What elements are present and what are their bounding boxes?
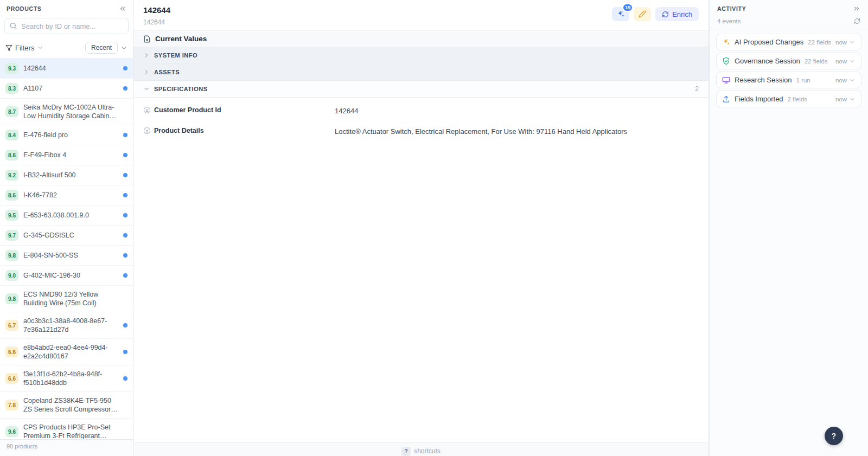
- shortcuts-label: shortcuts: [414, 447, 441, 455]
- chevron-down-icon[interactable]: [849, 96, 856, 102]
- activity-event-card[interactable]: AI Proposed Changes 22 fields now: [716, 34, 861, 50]
- event-meta: 1 run: [796, 77, 810, 84]
- chevron-down-icon[interactable]: [37, 44, 43, 51]
- product-name: f3e13f1d-62b2-4b8a-948f-f510b1d48ddb: [23, 370, 118, 387]
- list-item[interactable]: 8.3 A1107: [0, 79, 133, 99]
- activity-event-card[interactable]: Governance Session 22 fields now: [716, 53, 861, 69]
- score-badge: 7.8: [5, 400, 18, 410]
- unread-dot: [123, 233, 127, 237]
- activity-event-card[interactable]: Research Session 1 run now: [716, 72, 861, 88]
- event-meta: 2 fields: [788, 96, 807, 102]
- product-name: 142644: [23, 64, 118, 73]
- product-name: A1107: [23, 84, 118, 93]
- enrich-label: Enrich: [672, 10, 692, 18]
- product-name: I-B32-Altisurf 500: [23, 171, 118, 179]
- unread-dot: [123, 86, 127, 91]
- field-value: 142644: [335, 106, 374, 116]
- activity-event-card[interactable]: Fields Imported 2 fields now: [716, 91, 861, 107]
- sort-chevron-down-icon[interactable]: [120, 44, 127, 52]
- list-item[interactable]: 6.7 a0c3b3c1-38a8-4008-8e67-7e36a121d27d: [0, 312, 133, 339]
- ai-suggestions-button[interactable]: 19: [612, 7, 629, 21]
- field-label: Product Details: [154, 127, 204, 134]
- search-input[interactable]: [4, 18, 129, 34]
- event-list: AI Proposed Changes 22 fields now Govern…: [710, 29, 868, 112]
- section-label: ASSETS: [154, 69, 180, 75]
- sort-recent-button[interactable]: Recent: [85, 42, 118, 54]
- refresh-icon[interactable]: [854, 18, 860, 24]
- section-label: SYSTEM INFO: [154, 52, 197, 59]
- list-item[interactable]: 8.7 Seika McDry MC-1002A Ultra-Low Humid…: [0, 99, 133, 125]
- unread-dot: [123, 153, 127, 157]
- event-label: Governance Session: [735, 57, 800, 65]
- section-assets[interactable]: ASSETS: [133, 64, 709, 81]
- unread-dot: [123, 193, 127, 197]
- shortcuts-hint[interactable]: ? shortcuts: [401, 446, 441, 456]
- chevron-down-icon[interactable]: [849, 77, 856, 84]
- section-label: SPECIFICATIONS: [154, 86, 207, 92]
- sidebar-title: PRODUCTS: [7, 5, 42, 12]
- unread-dot: [123, 66, 127, 70]
- list-item[interactable]: 9.5 E-653-63.038.001.9.0: [0, 205, 133, 226]
- event-meta: 22 fields: [808, 39, 831, 46]
- monitor-icon: [722, 76, 730, 84]
- current-values-label: Current Values: [155, 35, 207, 43]
- sparkles-icon: [722, 38, 730, 46]
- score-badge: 9.3: [5, 63, 18, 74]
- section-system-info[interactable]: SYSTEM INFO: [133, 47, 709, 64]
- help-button[interactable]: ?: [825, 427, 843, 445]
- filter-icon: [5, 44, 12, 52]
- score-badge: 9.8: [5, 293, 18, 304]
- collapse-sidebar-icon[interactable]: [119, 5, 126, 12]
- list-item[interactable]: 8.6 E-F49-Fibox 4: [0, 145, 133, 165]
- chevron-down-icon[interactable]: [849, 58, 856, 65]
- event-label: Fields Imported: [735, 95, 783, 103]
- product-name: E-804-SN-500-SS: [23, 251, 118, 260]
- question-key-badge: ?: [401, 447, 411, 456]
- list-item[interactable]: 9.8 E-804-SN-500-SS: [0, 246, 133, 266]
- unread-dot: [123, 323, 127, 327]
- page-subtitle: 142644: [143, 18, 170, 26]
- event-label: Research Session: [735, 76, 792, 84]
- list-item[interactable]: 8.6 I-K46-7782: [0, 185, 133, 205]
- list-item[interactable]: 7.8 Copeland ZS38K4E-TF5-950 ZS Series S…: [0, 392, 133, 419]
- list-item[interactable]: 9.0 G-402-MIC-196-30: [0, 266, 133, 286]
- list-item[interactable]: 6.6 e8b4abd2-eea0-4ee4-99d4-e2a2c4d80167: [0, 339, 133, 365]
- product-count: 90 products: [0, 439, 133, 456]
- field-row: Customer Product Id 142644: [133, 101, 709, 121]
- edit-button[interactable]: [634, 7, 651, 21]
- score-badge: 8.6: [5, 150, 18, 160]
- unread-dot: [123, 273, 127, 278]
- ai-suggestions-count-badge: 19: [622, 3, 633, 12]
- score-badge: 9.5: [5, 210, 18, 221]
- document-icon: [143, 35, 151, 43]
- product-name: E-F49-Fibox 4: [23, 151, 118, 159]
- field-label: Customer Product Id: [154, 106, 221, 114]
- field-source-icon: [143, 106, 151, 114]
- unread-dot: [123, 350, 127, 354]
- list-item[interactable]: 9.8 ECS NMD90 12/3 Yellow Building Wire …: [0, 286, 133, 312]
- list-item[interactable]: 8.4 E-476-field pro: [0, 125, 133, 145]
- product-detail-panel: 142644 142644 19 Enrich: [133, 0, 709, 456]
- product-name: G-345-GDSISLC: [23, 231, 118, 240]
- specification-fields: Customer Product Id 142644 Product Detai…: [133, 98, 709, 147]
- list-item[interactable]: 9.2 I-B32-Altisurf 500: [0, 165, 133, 185]
- product-name: Seika McDry MC-1002A Ultra-Low Humidity …: [23, 103, 118, 120]
- product-name: e8b4abd2-eea0-4ee4-99d4-e2a2c4d80167: [23, 343, 118, 361]
- section-specifications[interactable]: SPECIFICATIONS 2: [133, 81, 709, 98]
- product-name: I-K46-7782: [23, 191, 118, 200]
- enrich-button[interactable]: Enrich: [655, 7, 699, 21]
- event-meta: 22 fields: [805, 58, 828, 65]
- filters-button[interactable]: Filters: [15, 44, 34, 52]
- list-item[interactable]: 9.6 CPS Products HP3E Pro-Set Premium 3-…: [0, 419, 133, 439]
- list-item[interactable]: 6.6 f3e13f1d-62b2-4b8a-948f-f510b1d48ddb: [0, 365, 133, 392]
- collapse-activity-icon[interactable]: [853, 5, 860, 12]
- score-badge: 8.4: [5, 130, 18, 140]
- unread-dot: [123, 133, 127, 137]
- events-count: 4 events: [717, 18, 741, 24]
- list-item[interactable]: 9.7 G-345-GDSISLC: [0, 226, 133, 246]
- unread-dot: [123, 253, 127, 258]
- score-badge: 6.6: [5, 346, 18, 357]
- shield-check-icon: [722, 57, 730, 65]
- chevron-down-icon[interactable]: [849, 39, 856, 46]
- list-item[interactable]: 9.3 142644: [0, 59, 133, 79]
